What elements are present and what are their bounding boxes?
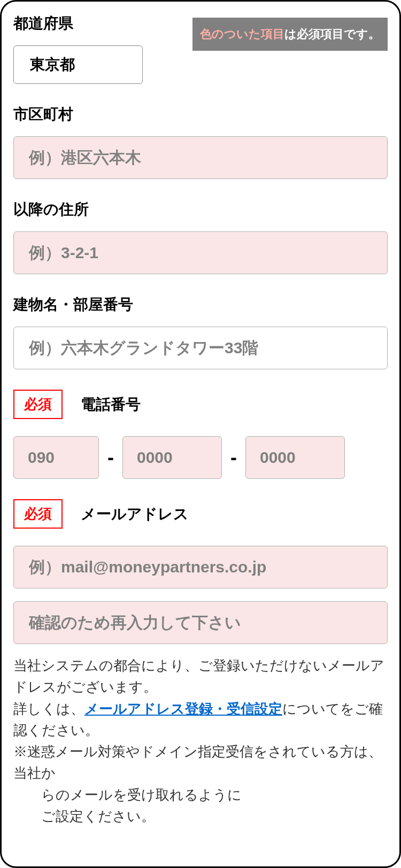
city-input[interactable]: [13, 136, 388, 179]
phone-part3-input[interactable]: [245, 436, 345, 479]
prefecture-select[interactable]: 東京都: [13, 45, 143, 84]
email-notes: 当社システムの都合により、ご登録いただけないメールアドレスがございます。 詳しく…: [13, 655, 388, 827]
notice-rest: は必須項目です。: [284, 27, 380, 41]
field-city: 市区町村: [13, 104, 388, 179]
phone-part1-input[interactable]: [13, 436, 99, 479]
email-settings-link[interactable]: メールアドレス登録・受信設定: [84, 701, 282, 717]
email-confirm-input[interactable]: [13, 601, 388, 644]
phone-dash: -: [230, 446, 237, 469]
field-building: 建物名・部屋番号: [13, 294, 388, 369]
address2-input[interactable]: [13, 231, 388, 274]
required-badge: 必須: [13, 390, 63, 419]
prefecture-value: 東京都: [30, 55, 75, 75]
note-line3: ※迷惑メール対策やドメイン指定受信をされている方は、当社か: [13, 741, 388, 784]
field-phone: 必須 電話番号 - -: [13, 390, 388, 479]
form-container: 色のついた項目は必須項目です。 都道府県 東京都 市区町村 以降の住所 建物名・…: [0, 0, 401, 868]
required-notice: 色のついた項目は必須項目です。: [192, 18, 388, 51]
label-city: 市区町村: [13, 104, 388, 125]
field-email: 必須 メールアドレス: [13, 499, 388, 644]
phone-label-row: 必須 電話番号: [13, 390, 388, 419]
note-line3b: らのメールを受け取れるように: [13, 784, 388, 805]
building-input[interactable]: [13, 327, 388, 369]
label-address2: 以降の住所: [13, 199, 388, 220]
label-building: 建物名・部屋番号: [13, 294, 388, 315]
label-email: メールアドレス: [81, 504, 189, 524]
phone-input-row: - -: [13, 436, 388, 479]
note-line1: 当社システムの都合により、ご登録いただけないメールアドレスがございます。: [13, 655, 388, 698]
field-address2: 以降の住所: [13, 199, 388, 274]
email-inputs: [13, 546, 388, 644]
email-input[interactable]: [13, 546, 388, 588]
label-phone: 電話番号: [81, 394, 141, 415]
notice-highlight: 色のついた項目: [200, 27, 284, 41]
note-line2: 詳しくは、メールアドレス登録・受信設定についてをご確認ください。: [13, 698, 388, 741]
phone-dash: -: [107, 446, 114, 469]
email-label-row: 必須 メールアドレス: [13, 499, 388, 529]
note-line3c: ご設定ください。: [13, 805, 388, 827]
phone-part2-input[interactable]: [122, 436, 222, 479]
required-badge: 必須: [13, 499, 63, 529]
